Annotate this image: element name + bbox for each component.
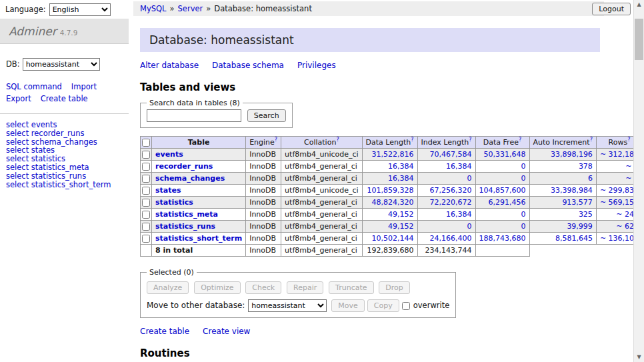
data-free-link[interactable]: 6,291,456 (489, 198, 526, 207)
language-select[interactable]: English (49, 3, 111, 16)
index-length-link[interactable]: 67,256,320 (430, 186, 472, 195)
data-length-link[interactable]: 49,152 (388, 210, 414, 219)
scrollbar[interactable]: ▲ ▼ (633, 0, 644, 362)
data-free-link[interactable]: 0 (521, 174, 526, 183)
data-length-link[interactable]: 16,384 (388, 162, 414, 171)
data-length-link[interactable]: 10,502,144 (372, 234, 414, 243)
data-free-link[interactable]: 188,743,680 (479, 234, 526, 243)
table-link-statistics-runs[interactable]: statistics_runs (155, 222, 215, 231)
data-free-link[interactable]: 0 (521, 210, 526, 219)
row-checkbox[interactable] (142, 211, 150, 219)
table-link-recorder-runs[interactable]: recorder_runs (155, 162, 213, 171)
data-length-link[interactable]: 16,384 (388, 174, 414, 183)
create-table-link[interactable]: Create table (140, 327, 189, 336)
scroll-up-icon[interactable]: ▲ (634, 0, 644, 9)
table-link-statistics-short-term[interactable]: statistics_short_term (155, 234, 242, 243)
sidebar-item-select-statistics-runs[interactable]: select statistics_runs (6, 172, 123, 181)
sidebar-item-select-recorder-runs[interactable]: select recorder_runs (6, 129, 123, 138)
row-checkbox[interactable] (142, 175, 150, 183)
scroll-down-icon[interactable]: ▼ (634, 353, 644, 362)
auto-increment-link[interactable]: 325 (579, 210, 593, 219)
rows-count-link[interactable]: ~ 136,108 (600, 234, 633, 243)
data-free-link[interactable]: 104,857,600 (479, 186, 526, 195)
data-free-link[interactable]: 0 (521, 222, 526, 231)
data-length-link[interactable]: 31,522,816 (372, 150, 414, 159)
alter-database-link[interactable]: Alter database (140, 61, 199, 70)
sidebar-item-select-statistics-meta[interactable]: select statistics_meta (6, 163, 123, 172)
truncate-button[interactable]: Truncate (329, 281, 373, 294)
index-length-link[interactable]: 0 (467, 174, 472, 183)
copy-button[interactable]: Copy (367, 299, 399, 312)
rows-count-link[interactable]: ~ 5 (625, 162, 633, 171)
auto-increment-link[interactable]: 33,398,984 (551, 186, 593, 195)
check-button[interactable]: Check (245, 281, 281, 294)
row-checkbox[interactable] (142, 163, 150, 171)
row-checkbox[interactable] (142, 223, 150, 231)
drop-button[interactable]: Drop (379, 281, 409, 294)
data-length-link[interactable]: 49,152 (388, 222, 414, 231)
move-button[interactable]: Move (331, 299, 365, 312)
auto-increment-link[interactable]: 6 (588, 174, 593, 183)
table-link-schema-changes[interactable]: schema_changes (155, 174, 225, 183)
index-length-link[interactable]: 24,166,400 (430, 234, 472, 243)
index-length-link[interactable]: 16,384 (446, 162, 472, 171)
auto-increment-link[interactable]: 8,581,645 (555, 234, 593, 243)
optimize-button[interactable]: Optimize (194, 281, 240, 294)
rows-count-link[interactable]: ~ 569,159 (600, 198, 633, 207)
breadcrumb-mysql[interactable]: MySQL (140, 4, 167, 13)
help-icon[interactable]: ? (336, 137, 339, 143)
help-icon[interactable]: ? (627, 137, 630, 143)
index-length-link[interactable]: 0 (467, 222, 472, 231)
overwrite-checkbox[interactable] (402, 302, 410, 310)
help-icon[interactable]: ? (519, 137, 521, 143)
sidebar-sql-command-link[interactable]: SQL command (6, 81, 62, 93)
privileges-link[interactable]: Privileges (297, 61, 336, 70)
row-checkbox[interactable] (142, 235, 150, 243)
data-length-link[interactable]: 101,859,328 (367, 186, 414, 195)
sidebar-item-select-statistics-short-term[interactable]: select statistics_short_term (6, 181, 123, 189)
data-free-link[interactable]: 50,331,648 (484, 150, 526, 159)
help-icon[interactable]: ? (590, 137, 593, 143)
index-length-link[interactable]: 72,220,672 (430, 198, 472, 207)
data-length-link[interactable]: 48,824,320 (372, 198, 414, 207)
database-schema-link[interactable]: Database schema (212, 61, 284, 70)
app-logo[interactable]: Adminer (9, 25, 57, 38)
scrollbar-thumb[interactable] (635, 19, 643, 60)
help-icon[interactable]: ? (275, 137, 277, 143)
logout-button[interactable]: Logout (592, 3, 631, 15)
sidebar-item-select-events[interactable]: select events (6, 121, 123, 129)
row-checkbox[interactable] (142, 187, 150, 195)
db-select[interactable]: homeassistant (23, 58, 100, 71)
search-button[interactable]: Search (247, 109, 286, 122)
analyze-button[interactable]: Analyze (147, 281, 189, 294)
auto-increment-link[interactable]: 33,898,196 (551, 150, 593, 159)
sidebar-import-link[interactable]: Import (71, 81, 97, 93)
sidebar-create-table-link[interactable]: Create table (41, 93, 88, 105)
rows-count-link[interactable]: ~ 628 (616, 222, 633, 231)
row-checkbox[interactable] (142, 199, 150, 207)
breadcrumb-server[interactable]: Server (178, 4, 203, 13)
table-link-events[interactable]: events (155, 150, 183, 159)
rows-count-link[interactable]: ~ 3 (625, 174, 633, 183)
index-length-link[interactable]: 70,467,584 (430, 150, 472, 159)
auto-increment-link[interactable]: 378 (579, 162, 593, 171)
index-length-link[interactable]: 16,384 (446, 210, 472, 219)
rows-count-link[interactable]: ~ 312,180 (600, 150, 633, 159)
sidebar-export-link[interactable]: Export (6, 93, 31, 105)
table-link-statistics[interactable]: statistics (155, 198, 193, 207)
rows-count-link[interactable]: ~ 299,833 (600, 186, 633, 195)
rows-count-link[interactable]: ~ 244 (616, 210, 633, 219)
repair-button[interactable]: Repair (287, 281, 323, 294)
table-link-states[interactable]: states (155, 186, 181, 195)
create-view-link[interactable]: Create view (203, 327, 250, 336)
help-icon[interactable]: ? (411, 137, 413, 143)
help-icon[interactable]: ? (469, 137, 471, 143)
data-free-link[interactable]: 0 (521, 162, 526, 171)
row-checkbox[interactable] (142, 151, 150, 159)
move-db-select[interactable]: homeassistant (248, 299, 327, 312)
search-input[interactable] (147, 109, 241, 122)
auto-increment-link[interactable]: 913,577 (562, 198, 593, 207)
select-all-checkbox[interactable] (142, 139, 150, 147)
table-link-statistics-meta[interactable]: statistics_meta (155, 210, 218, 219)
auto-increment-link[interactable]: 39,999 (567, 222, 593, 231)
